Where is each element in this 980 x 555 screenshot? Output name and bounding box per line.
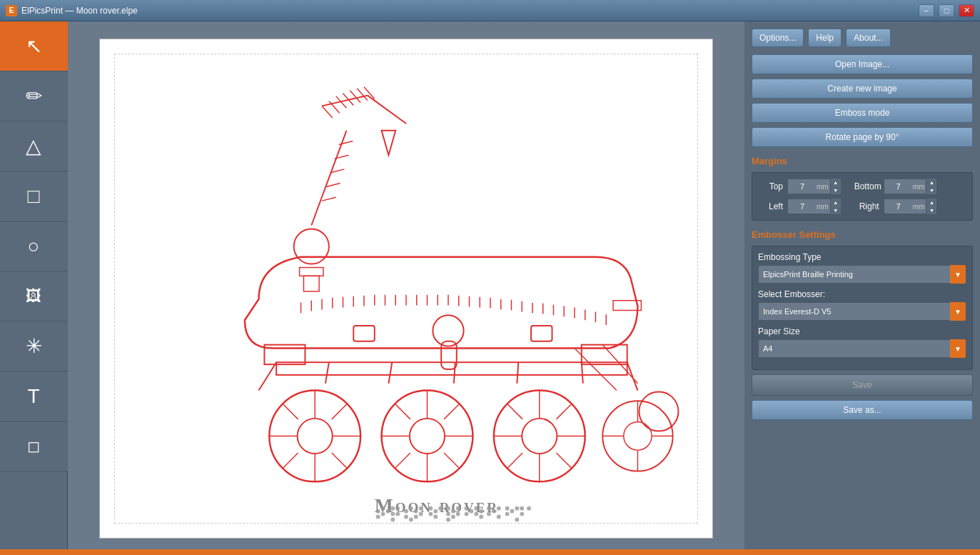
top-label: Top bbox=[758, 181, 783, 191]
svg-point-119 bbox=[414, 514, 418, 519]
right-margin-value[interactable] bbox=[884, 202, 913, 211]
text-tool[interactable]: T bbox=[0, 371, 68, 421]
svg-line-57 bbox=[259, 362, 277, 390]
create-new-button[interactable]: Create new image bbox=[752, 79, 973, 99]
canvas-area[interactable]: Moon rover bbox=[68, 21, 744, 555]
left-margin-up[interactable]: ▲ bbox=[831, 199, 841, 206]
svg-point-111 bbox=[390, 517, 395, 521]
right-margin-up[interactable]: ▲ bbox=[926, 199, 936, 206]
ellipse-tool[interactable]: ○ bbox=[0, 221, 68, 271]
margins-section: Top mm ▲ ▼ Bottom mm ▲ ▼ bbox=[752, 172, 973, 221]
svg-point-142 bbox=[487, 511, 491, 516]
svg-line-58 bbox=[627, 362, 638, 390]
bottom-margin-value[interactable] bbox=[884, 182, 913, 191]
svg-point-77 bbox=[410, 418, 445, 453]
maximize-button[interactable]: □ bbox=[939, 4, 954, 17]
about-button[interactable]: About... bbox=[846, 29, 891, 47]
svg-point-137 bbox=[474, 506, 478, 510]
right-panel: Options... Help About... Open Image... C… bbox=[744, 21, 980, 555]
image-tool[interactable]: 🖼 bbox=[0, 271, 68, 321]
right-margin-down[interactable]: ▼ bbox=[926, 206, 936, 214]
svg-line-73 bbox=[332, 453, 348, 469]
top-margin-down[interactable]: ▼ bbox=[831, 186, 841, 194]
left-margin-down[interactable]: ▼ bbox=[831, 206, 841, 214]
triangle-tool[interactable]: △ bbox=[0, 121, 68, 171]
window-title: ElPicsPrint — Moon rover.elpe bbox=[21, 6, 914, 16]
svg-line-84 bbox=[444, 404, 460, 419]
toolbar: ↖ ✏ △ □ ○ 🖼 ✳ T ◻ bbox=[0, 21, 68, 555]
svg-point-117 bbox=[409, 517, 413, 521]
right-margin-unit: mm bbox=[913, 203, 926, 211]
left-margin-value[interactable] bbox=[788, 202, 817, 211]
svg-line-75 bbox=[283, 453, 298, 469]
svg-line-63 bbox=[582, 362, 583, 383]
svg-marker-9 bbox=[382, 130, 396, 154]
minimize-button[interactable]: − bbox=[919, 4, 934, 17]
svg-point-105 bbox=[376, 514, 380, 519]
select-embosser-arrow[interactable]: ▼ bbox=[950, 302, 966, 321]
svg-point-121 bbox=[419, 511, 423, 516]
emboss-mode-button[interactable]: Emboss mode bbox=[752, 103, 973, 123]
svg-point-128 bbox=[446, 511, 450, 516]
svg-point-148 bbox=[510, 509, 514, 513]
svg-point-114 bbox=[404, 509, 408, 513]
svg-point-152 bbox=[520, 511, 524, 516]
help-button[interactable]: Help bbox=[808, 29, 842, 47]
pencil-icon: ✏ bbox=[26, 84, 42, 108]
margins-header: Margins bbox=[752, 151, 973, 168]
embossing-type-arrow[interactable]: ▼ bbox=[950, 265, 966, 284]
ellipse-icon: ○ bbox=[28, 235, 40, 258]
magic-tool[interactable]: ✳ bbox=[0, 321, 68, 371]
embossing-type-select[interactable]: ElpicsPrint Braille Printing ▼ bbox=[758, 265, 966, 284]
paper-size-select[interactable]: A4 ▼ bbox=[758, 339, 966, 358]
select-tool[interactable]: ↖ bbox=[0, 21, 68, 71]
svg-point-67 bbox=[298, 418, 333, 453]
options-button[interactable]: Options... bbox=[752, 29, 804, 47]
bottom-margin-up[interactable]: ▲ bbox=[926, 179, 936, 186]
svg-point-109 bbox=[390, 506, 395, 510]
select-embosser-value: Index Everest-D V5 bbox=[759, 307, 950, 316]
svg-point-130 bbox=[451, 509, 455, 513]
svg-point-132 bbox=[456, 506, 460, 510]
embossing-type-value: ElpicsPrint Braille Printing bbox=[759, 270, 950, 279]
rectangle-tool[interactable]: □ bbox=[0, 171, 68, 221]
left-margin-input[interactable]: mm ▲ ▼ bbox=[787, 199, 842, 214]
svg-point-135 bbox=[465, 511, 469, 516]
bottom-margin-down[interactable]: ▼ bbox=[926, 186, 936, 194]
open-image-button[interactable]: Open Image... bbox=[752, 54, 973, 74]
svg-line-64 bbox=[575, 348, 617, 390]
svg-line-61 bbox=[454, 362, 455, 383]
bottom-margin-unit: mm bbox=[913, 183, 926, 191]
eraser-tool[interactable]: ◻ bbox=[0, 421, 68, 471]
margin-top-row: Top mm ▲ ▼ Bottom mm ▲ ▼ bbox=[758, 179, 966, 194]
svg-line-1 bbox=[368, 95, 406, 123]
svg-point-118 bbox=[414, 509, 418, 513]
svg-point-110 bbox=[390, 511, 395, 516]
svg-line-7 bbox=[357, 88, 368, 100]
svg-point-112 bbox=[395, 506, 400, 510]
svg-line-15 bbox=[339, 141, 353, 144]
bottom-margin-input[interactable]: mm ▲ ▼ bbox=[884, 179, 938, 194]
svg-point-143 bbox=[492, 509, 496, 513]
svg-point-116 bbox=[409, 506, 413, 510]
save-button: Save bbox=[752, 374, 973, 396]
select-embosser-select[interactable]: Index Everest-D V5 ▼ bbox=[758, 302, 966, 321]
save-as-button[interactable]: Save as... bbox=[752, 400, 973, 420]
bottom-margin-spinners: ▲ ▼ bbox=[926, 179, 936, 194]
top-margin-spinners: ▲ ▼ bbox=[830, 179, 841, 194]
triangle-icon: △ bbox=[26, 134, 41, 158]
right-margin-input[interactable]: mm ▲ ▼ bbox=[884, 199, 938, 214]
close-button[interactable]: ✕ bbox=[959, 4, 974, 17]
svg-line-93 bbox=[556, 453, 572, 469]
paper-size-arrow[interactable]: ▼ bbox=[950, 339, 966, 358]
top-margin-value[interactable] bbox=[788, 182, 817, 191]
svg-line-6 bbox=[350, 90, 360, 102]
svg-line-59 bbox=[325, 362, 329, 383]
margin-left-right-row: Left mm ▲ ▼ Right mm ▲ ▼ bbox=[758, 199, 966, 214]
top-margin-input[interactable]: mm ▲ ▼ bbox=[787, 179, 842, 194]
svg-line-85 bbox=[395, 453, 410, 469]
rotate-button[interactable]: Rotate page by 90° bbox=[752, 127, 973, 147]
left-label: Left bbox=[758, 201, 783, 211]
top-margin-up[interactable]: ▲ bbox=[831, 179, 841, 186]
pencil-tool[interactable]: ✏ bbox=[0, 71, 68, 121]
